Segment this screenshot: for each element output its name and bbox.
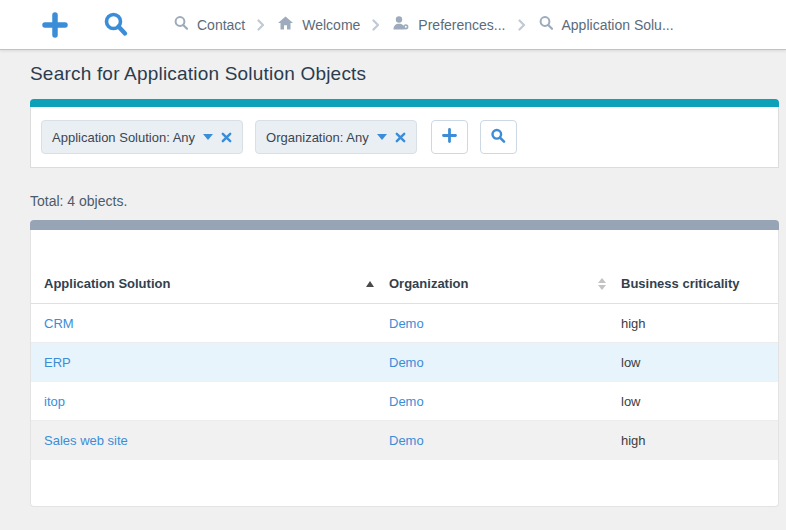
user-preferences-icon [392, 15, 410, 35]
breadcrumb-label: Preferences... [418, 17, 505, 33]
application-solution-link[interactable]: ERP [44, 355, 71, 370]
column-header-label: Organization [389, 276, 468, 291]
run-search-button[interactable] [480, 120, 517, 154]
column-header-label: Application Solution [44, 276, 170, 291]
column-header-application-solution[interactable]: Application Solution [44, 276, 389, 291]
organization-link[interactable]: Demo [389, 394, 424, 409]
chevron-right-icon [372, 19, 380, 31]
sort-both-icon [598, 278, 606, 290]
table-row: CRM Demo high [31, 304, 778, 343]
search-icon [173, 15, 189, 35]
home-icon [277, 15, 294, 35]
remove-filter-icon[interactable] [395, 132, 406, 143]
breadcrumb-label: Welcome [302, 17, 360, 33]
breadcrumb: Contact Welcome Preferences... [173, 15, 674, 35]
panel-accent-bar [30, 99, 779, 107]
column-header-organization[interactable]: Organization [389, 276, 621, 291]
table-row: itop Demo low [31, 382, 778, 421]
results-panel: Application Solution Organization Busine… [30, 220, 779, 507]
app-window: Contact Welcome Preferences... [0, 0, 786, 530]
chevron-right-icon [257, 19, 265, 31]
table-top-bar [30, 220, 779, 230]
search-icon [538, 15, 554, 35]
top-toolbar: Contact Welcome Preferences... [0, 0, 786, 50]
table-row: Sales web site Demo high [31, 421, 778, 460]
filter-criteria-row: Application Solution: Any Organization: … [30, 107, 779, 168]
breadcrumb-item-contact[interactable]: Contact [173, 15, 245, 35]
search-icon [490, 128, 506, 147]
filter-chip-label: Application Solution: Any [52, 130, 195, 145]
add-criteria-button[interactable] [431, 120, 468, 154]
filter-chip-application-solution[interactable]: Application Solution: Any [41, 120, 243, 154]
remove-filter-icon[interactable] [221, 132, 232, 143]
organization-link[interactable]: Demo [389, 355, 424, 370]
main-content: Search for Application Solution Objects … [0, 50, 786, 507]
business-criticality-value: low [621, 394, 641, 409]
table-header-row: Application Solution Organization Busine… [31, 276, 778, 304]
results-total: Total: 4 objects. [30, 193, 779, 209]
application-solution-link[interactable]: CRM [44, 316, 74, 331]
filter-chip-label: Organization: Any [266, 130, 369, 145]
business-criticality-value: high [621, 433, 646, 448]
chevron-down-icon[interactable] [203, 134, 213, 140]
business-criticality-value: low [621, 355, 641, 370]
column-header-label: Business criticality [621, 276, 740, 291]
global-search-icon[interactable] [102, 11, 129, 38]
application-solution-link[interactable]: itop [44, 394, 65, 409]
business-criticality-value: high [621, 316, 646, 331]
plus-icon [442, 128, 457, 146]
chevron-right-icon [518, 19, 526, 31]
breadcrumb-item-preferences[interactable]: Preferences... [392, 15, 505, 35]
column-header-business-criticality[interactable]: Business criticality [621, 276, 778, 291]
chevron-down-icon[interactable] [377, 134, 387, 140]
new-object-icon[interactable] [42, 12, 68, 38]
breadcrumb-item-welcome[interactable]: Welcome [277, 15, 360, 35]
breadcrumb-label: Application Solu... [562, 17, 674, 33]
toolbar-actions [42, 11, 129, 38]
organization-link[interactable]: Demo [389, 316, 424, 331]
results-table: Application Solution Organization Busine… [30, 230, 779, 507]
breadcrumb-item-application-solution[interactable]: Application Solu... [538, 15, 674, 35]
application-solution-link[interactable]: Sales web site [44, 433, 128, 448]
search-filter-panel: Application Solution: Any Organization: … [30, 99, 779, 168]
filter-chip-organization[interactable]: Organization: Any [255, 120, 417, 154]
page-title: Search for Application Solution Objects [30, 63, 779, 85]
sort-ascending-icon [366, 281, 374, 287]
table-row: ERP Demo low [31, 343, 778, 382]
breadcrumb-label: Contact [197, 17, 245, 33]
organization-link[interactable]: Demo [389, 433, 424, 448]
